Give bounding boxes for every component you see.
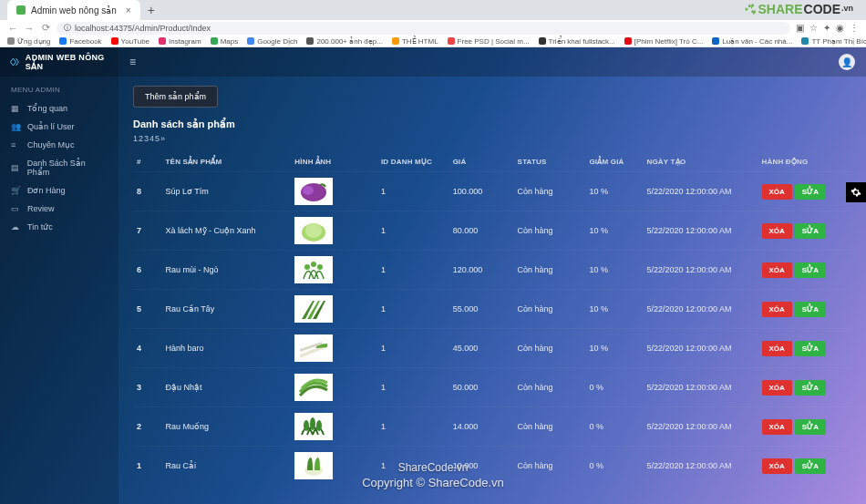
reload-button[interactable]: ⟳ <box>40 22 51 34</box>
back-button[interactable]: ← <box>7 23 18 34</box>
new-tab-button[interactable]: + <box>140 3 162 17</box>
bookmark-item[interactable]: Facebook <box>59 37 101 46</box>
edit-button[interactable]: SỬA <box>795 341 826 356</box>
users-icon: 👥 <box>11 122 20 131</box>
cell-discount: 10 % <box>585 290 643 329</box>
cell-image <box>291 172 377 211</box>
address-bar[interactable]: ⓘ localhost:44375/Admin/Product/Index <box>57 22 790 35</box>
browser-tab[interactable]: Admin web nông sản × <box>7 0 140 20</box>
product-thumb <box>294 413 333 440</box>
cell-index: 3 <box>133 368 162 407</box>
col-header: HÀNH ĐỘNG <box>758 152 852 172</box>
bookmark-item[interactable]: Free PSD | Social m... <box>448 37 530 46</box>
delete-button[interactable]: XÓA <box>762 341 792 356</box>
gear-icon <box>851 187 861 198</box>
profile-icon[interactable]: ◉ <box>836 23 844 33</box>
sidebar-item-list[interactable]: ▤Danh Sách Sản Phẩm <box>0 154 119 181</box>
cell-discount: 10 % <box>585 172 643 211</box>
sidebar-item-label: Danh Sách Sản Phẩm <box>27 159 108 177</box>
cell-date: 5/22/2020 12:00:00 AM <box>643 329 758 368</box>
cell-price: 14.000 <box>449 407 514 447</box>
cell-price: 50.000 <box>449 368 514 407</box>
forward-button[interactable]: → <box>24 23 35 34</box>
sharecode-logo: SHARECODE.vn <box>744 2 853 16</box>
col-header: HÌNH ẢNH <box>291 152 377 172</box>
sidebar-item-cart[interactable]: 🛒Đơn Hàng <box>0 181 119 200</box>
delete-button[interactable]: XÓA <box>762 458 792 474</box>
sidebar-item-label: Review <box>27 204 55 213</box>
qr-icon[interactable]: ▣ <box>796 23 804 33</box>
bookmark-item[interactable]: 200.000+ ảnh đẹp... <box>306 37 383 46</box>
delete-button[interactable]: XÓA <box>762 380 792 396</box>
cell-actions: XÓASỬA <box>758 172 852 211</box>
app-title: ADMIN WEB NÔNG SẢN <box>26 53 109 71</box>
cell-price: 55.000 <box>449 290 514 329</box>
sidebar: ADMIN WEB NÔNG SẢN MENU ADMIN ▦Tổng quan… <box>0 47 119 504</box>
cell-status: Còn hàng <box>514 447 586 486</box>
cell-name: Rau Cải <box>162 447 292 486</box>
cell-actions: XÓASỬA <box>758 368 852 407</box>
list-title: Danh sách sản phẩm <box>133 118 851 130</box>
product-thumb <box>294 217 333 244</box>
table-row: 3Đậu Nhật150.000Còn hàng0 %5/22/2020 12:… <box>133 368 851 407</box>
settings-gear[interactable] <box>846 182 866 202</box>
page-link[interactable]: 2 <box>139 134 143 143</box>
edit-button[interactable]: SỬA <box>795 458 826 474</box>
page-link[interactable]: 1 <box>133 134 138 143</box>
page-link[interactable]: 4 <box>149 134 154 143</box>
bookmark-item[interactable]: [Phim Netflix] Trò C... <box>624 37 704 46</box>
bookmark-item[interactable]: Google Dịch <box>247 37 297 46</box>
sidebar-item-folder[interactable]: ≡Chuyên Mục <box>0 136 119 154</box>
delete-button[interactable]: XÓA <box>762 184 792 200</box>
edit-button[interactable]: SỬA <box>795 380 826 396</box>
cell-actions: XÓASỬA <box>758 211 852 251</box>
bookmark-item[interactable]: THẺ HTML <box>392 37 438 46</box>
sidebar-item-users[interactable]: 👥Quản lí User <box>0 118 119 136</box>
bookmark-item[interactable]: TT Phạm Thị Bích T... <box>801 37 866 46</box>
sidebar-item-calendar[interactable]: ▭Review <box>0 200 119 218</box>
menu-icon[interactable]: ⋮ <box>850 23 859 33</box>
table-row: 7Xà lách Mỹ - Cuộn Xanh180.000Còn hàng10… <box>133 211 851 251</box>
cell-status: Còn hàng <box>514 211 586 251</box>
edit-button[interactable]: SỬA <box>795 302 826 317</box>
page-link[interactable]: » <box>160 134 165 143</box>
bookmark-item[interactable]: Luận văn - Các nhà... <box>712 37 792 46</box>
cell-name: Rau Cần Tây <box>162 290 292 329</box>
page-link[interactable]: 3 <box>144 134 149 143</box>
page-link[interactable]: 5 <box>155 134 160 143</box>
cell-category: 1 <box>377 251 449 290</box>
table-row: 6Rau mùi - Ngò1120.000Còn hàng10 %5/22/2… <box>133 251 851 290</box>
edit-button[interactable]: SỬA <box>795 223 826 239</box>
star-icon[interactable]: ☆ <box>809 23 818 33</box>
bookmark-item[interactable]: Instagram <box>159 37 201 46</box>
bookmark-item[interactable]: YouTube <box>111 37 149 46</box>
cell-status: Còn hàng <box>514 407 586 447</box>
edit-button[interactable]: SỬA <box>795 262 826 278</box>
bookmark-item[interactable]: Ứng dụng <box>7 37 50 46</box>
cell-date: 5/22/2020 12:00:00 AM <box>643 172 758 211</box>
extension-icon[interactable]: ✦ <box>823 23 830 33</box>
cell-index: 1 <box>133 447 162 486</box>
edit-button[interactable]: SỬA <box>795 419 826 435</box>
col-header: NGÀY TẠO <box>643 152 758 172</box>
hamburger-icon[interactable]: ≡ <box>129 56 136 68</box>
bookmark-item[interactable]: Maps <box>211 37 239 46</box>
close-tab-icon[interactable]: × <box>126 5 131 15</box>
cell-price: 80.000 <box>449 211 514 251</box>
delete-button[interactable]: XÓA <box>762 419 792 435</box>
favicon-icon <box>16 5 26 15</box>
delete-button[interactable]: XÓA <box>762 262 792 278</box>
add-product-button[interactable]: Thêm sản phẩm <box>133 86 218 108</box>
table-header-row: #TÊN SẢN PHẨMHÌNH ẢNHID DANH MỤCGIÁSTATU… <box>133 152 851 172</box>
edit-button[interactable]: SỬA <box>795 184 826 200</box>
col-header: STATUS <box>514 152 586 172</box>
sidebar-item-dashboard[interactable]: ▦Tổng quan <box>0 99 119 118</box>
browser-chrome: Admin web nông sản × + ← → ⟳ ⓘ localhost… <box>0 0 866 47</box>
info-icon: ⓘ <box>64 23 71 33</box>
sidebar-item-cloud[interactable]: ☁Tin tức <box>0 218 119 236</box>
delete-button[interactable]: XÓA <box>762 223 792 239</box>
delete-button[interactable]: XÓA <box>762 302 792 317</box>
bookmark-item[interactable]: Triển khai fullstack... <box>539 37 615 46</box>
cell-index: 4 <box>133 329 162 368</box>
avatar[interactable]: 👤 <box>839 54 855 70</box>
